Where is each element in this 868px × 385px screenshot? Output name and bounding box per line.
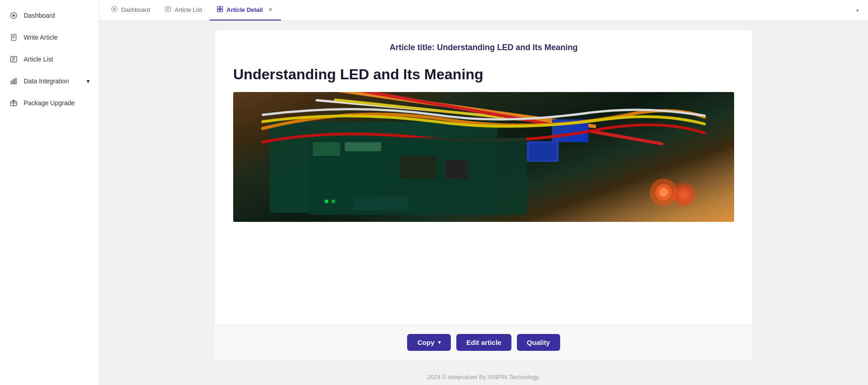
footer: 2024 © deepvaluer By XINPIN Technology. <box>99 369 868 385</box>
article-body: Understanding LED and Its Meaning <box>215 62 752 324</box>
chevron-expand-icon: ▾ <box>856 7 859 14</box>
svg-rect-12 <box>15 78 16 84</box>
sidebar-item-article-list[interactable]: Article List <box>0 48 99 70</box>
article-list-tab-icon <box>165 6 171 14</box>
sidebar-write-label: Write Article <box>24 34 57 41</box>
svg-point-30 <box>332 200 335 203</box>
sidebar-dashboard-label: Dashboard <box>24 12 55 19</box>
tab-dashboard[interactable]: Dashboard <box>104 0 158 21</box>
action-bar: Copy ▾ Edit article Quality <box>215 324 752 360</box>
svg-rect-28 <box>345 142 381 151</box>
content-area: Article title: Understanding LED and Its… <box>99 21 868 369</box>
svg-point-29 <box>325 200 328 203</box>
tab-close-button[interactable]: ✕ <box>266 6 274 14</box>
article-detail-tab-icon <box>217 6 223 14</box>
svg-rect-22 <box>217 6 220 9</box>
tab-dashboard-label: Dashboard <box>121 6 150 13</box>
edit-article-label: Edit article <box>466 339 501 346</box>
sidebar-data-integration-label: Data Integration <box>24 77 69 85</box>
svg-rect-35 <box>445 160 468 179</box>
gift-icon <box>9 98 18 108</box>
svg-point-1 <box>13 15 15 16</box>
svg-rect-23 <box>220 6 222 9</box>
quality-label: Quality <box>527 339 550 346</box>
sidebar: Dashboard Write Article Article List <box>0 0 99 385</box>
svg-rect-33 <box>529 143 557 160</box>
dashboard-tab-icon <box>111 6 117 14</box>
copy-chevron-icon: ▾ <box>438 339 441 345</box>
article-main-title: Understanding LED and Its Meaning <box>233 66 734 83</box>
svg-rect-34 <box>399 156 436 179</box>
quality-button[interactable]: Quality <box>517 334 560 351</box>
sidebar-item-package-upgrade[interactable]: Package Upgrade <box>0 92 99 114</box>
tab-article-detail-label: Article Detail <box>227 6 263 13</box>
bar-chart-icon <box>9 77 18 86</box>
copy-button-label: Copy <box>417 339 434 346</box>
chevron-down-icon: ▾ <box>87 77 90 85</box>
copy-button[interactable]: Copy ▾ <box>407 334 451 351</box>
circle-dot-icon <box>9 11 18 20</box>
svg-rect-25 <box>220 10 222 12</box>
sidebar-item-dashboard[interactable]: Dashboard <box>0 5 99 26</box>
list-icon <box>9 55 18 64</box>
sidebar-package-label: Package Upgrade <box>24 99 75 107</box>
document-icon <box>9 33 18 42</box>
main-content: Dashboard Article List Article Detail ✕ <box>99 0 868 385</box>
article-header-title: Article title: Understanding LED and Its… <box>233 43 734 52</box>
svg-rect-11 <box>13 80 15 84</box>
svg-rect-10 <box>11 81 12 84</box>
edit-article-button[interactable]: Edit article <box>456 334 511 351</box>
svg-rect-27 <box>313 142 340 156</box>
tab-article-list[interactable]: Article List <box>158 0 209 21</box>
article-image <box>233 92 734 222</box>
tab-article-list-label: Article List <box>175 6 202 13</box>
svg-point-38 <box>659 188 668 197</box>
tab-bar: Dashboard Article List Article Detail ✕ <box>99 0 868 21</box>
tab-article-detail[interactable]: Article Detail ✕ <box>209 0 281 21</box>
tab-bar-expand-button[interactable]: ▾ <box>852 7 863 14</box>
article-header: Article title: Understanding LED and Its… <box>215 30 752 62</box>
article-card: Article title: Understanding LED and Its… <box>215 30 752 360</box>
sidebar-article-list-label: Article List <box>24 56 53 63</box>
sidebar-item-write-article[interactable]: Write Article <box>0 26 99 48</box>
svg-point-17 <box>113 8 115 10</box>
footer-text: 2024 © deepvaluer By XINPIN Technology. <box>427 374 540 380</box>
svg-rect-24 <box>217 10 220 12</box>
sidebar-item-data-integration[interactable]: Data Integration ▾ <box>0 70 99 92</box>
svg-rect-31 <box>354 197 408 210</box>
